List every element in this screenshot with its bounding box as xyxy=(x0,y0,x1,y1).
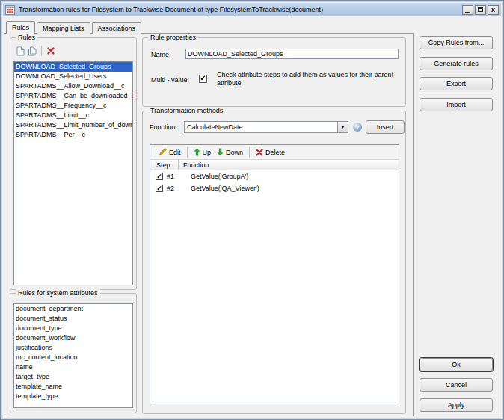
toolbar-separator xyxy=(249,147,250,158)
system-attribute-item[interactable]: document_workflow xyxy=(14,333,132,343)
minimize-icon xyxy=(465,12,470,13)
rules-toolbar xyxy=(14,44,57,58)
rules-list[interactable]: DOWNLOAD_Selected_GroupsDOWNLOAD_Selecte… xyxy=(13,61,133,285)
new-page-icon xyxy=(16,46,25,56)
name-label: Name: xyxy=(151,51,171,58)
toolbar-separator xyxy=(187,147,188,158)
minimize-button[interactable] xyxy=(462,5,473,15)
steps-table: Edit Up Down xyxy=(150,144,399,404)
toolbar-separator xyxy=(41,46,42,56)
step-checkbox[interactable] xyxy=(156,173,163,180)
maximize-button[interactable] xyxy=(475,5,486,15)
system-attribute-item[interactable]: document_type xyxy=(14,324,132,333)
close-icon: x xyxy=(491,7,495,13)
step-function: GetValue('GroupA') xyxy=(181,173,248,180)
delete-icon xyxy=(256,149,263,156)
move-down-label: Down xyxy=(226,149,243,156)
delete-rule-button[interactable] xyxy=(45,45,57,57)
steps-toolbar: Edit Up Down xyxy=(150,145,399,160)
titlebar: Transformation rules for Filesystem to T… xyxy=(3,3,501,16)
delete-step-label: Delete xyxy=(265,149,285,156)
tab-associations[interactable]: Associations xyxy=(92,22,142,34)
rule-name-input[interactable] xyxy=(185,49,399,59)
rule-properties-group-title: Rule properties xyxy=(148,34,198,42)
rules-list-item[interactable]: SPARTADMS__Frequency__c xyxy=(14,101,132,111)
system-attribute-item[interactable]: template_name xyxy=(14,382,132,392)
move-up-button[interactable]: Up xyxy=(191,148,215,156)
pencil-icon xyxy=(159,148,167,156)
rules-list-item[interactable]: SPARTADMS__Limit_number_of_downloads xyxy=(14,120,132,130)
step-checkbox[interactable] xyxy=(156,185,163,192)
multi-value-checkbox[interactable] xyxy=(199,75,207,83)
system-attribute-item[interactable]: name xyxy=(14,362,132,372)
insert-button[interactable]: Insert xyxy=(366,120,405,134)
system-attribute-item[interactable]: mc_content_location xyxy=(14,353,132,362)
import-button[interactable]: Import xyxy=(420,98,493,111)
steps-table-header: Step Function xyxy=(150,160,399,170)
tab-mapping-lists[interactable]: Mapping Lists xyxy=(37,22,90,34)
rules-group: Rules xyxy=(10,37,137,290)
system-attribute-item[interactable]: target_type xyxy=(14,372,132,382)
transformation-methods-group: Transformation methods Function: Calcula… xyxy=(142,111,406,414)
rule-properties-group: Rule properties Name: Multi - value: Che… xyxy=(142,37,406,107)
tab-rules[interactable]: Rules xyxy=(6,21,35,34)
system-attribute-item[interactable]: justifications xyxy=(14,343,132,353)
rules-list-item[interactable]: SPARTADMS__Allow_Download__c xyxy=(14,81,132,91)
apply-button[interactable]: Apply xyxy=(420,398,493,412)
edit-step-button[interactable]: Edit xyxy=(156,148,184,156)
arrow-down-icon xyxy=(217,148,224,156)
function-select[interactable]: CalculateNewDate ▼ xyxy=(184,121,348,133)
close-button[interactable]: x xyxy=(488,5,499,15)
window-controls: x xyxy=(462,5,499,15)
step-function: GetValue('QA_Viewer') xyxy=(181,185,259,192)
steps-table-body: #1GetValue('GroupA')#2GetValue('QA_Viewe… xyxy=(150,170,399,404)
rules-list-item[interactable]: DOWNLOAD_Selected_Users xyxy=(14,72,132,81)
function-selected-value: CalculateNewDate xyxy=(185,123,337,131)
copy-rule-button[interactable] xyxy=(26,45,38,57)
step-row[interactable]: #2GetValue('QA_Viewer') xyxy=(150,182,399,194)
delete-step-button[interactable]: Delete xyxy=(253,149,288,156)
help-icon[interactable]: ? xyxy=(353,123,362,132)
function-label: Function: xyxy=(150,123,177,131)
column-header-step[interactable]: Step xyxy=(150,160,179,170)
system-attributes-list[interactable]: document_departmentdocument_statusdocume… xyxy=(13,303,133,408)
step-number: #1 xyxy=(163,173,181,180)
transformation-rules-dialog: Transformation rules for Filesystem to T… xyxy=(0,0,504,420)
copy-page-icon xyxy=(28,46,37,56)
system-attribute-item[interactable]: template_type xyxy=(14,392,132,401)
system-attribute-item[interactable]: document_status xyxy=(14,314,132,324)
chevron-down-icon: ▼ xyxy=(341,125,345,129)
transformation-methods-group-title: Transformation methods xyxy=(148,107,225,115)
tab-panel: Rules xyxy=(4,33,414,416)
rules-list-item[interactable]: SPARTADMS__Limit__c xyxy=(14,111,132,120)
new-rule-button[interactable] xyxy=(14,45,26,57)
rules-list-item[interactable]: SPARTADMS__Can_be_downloaded_by__c xyxy=(14,91,132,101)
window-title: Transformation rules for Filesystem to T… xyxy=(19,6,323,13)
app-icon xyxy=(5,5,15,15)
multi-value-hint: Check attribute steps to add them as val… xyxy=(217,71,405,87)
system-attributes-group: Rules for system attributes document_dep… xyxy=(10,293,137,413)
combo-dropdown-button[interactable]: ▼ xyxy=(337,122,348,132)
copy-rules-from-button[interactable]: Copy Rules from... xyxy=(420,36,493,49)
cancel-button[interactable]: Cancel xyxy=(420,378,493,392)
ok-button[interactable]: Ok xyxy=(420,358,493,371)
system-attribute-item[interactable]: document_department xyxy=(14,304,132,314)
generate-rules-button[interactable]: Generate rules xyxy=(420,57,493,70)
delete-icon xyxy=(47,47,55,55)
edit-step-label: Edit xyxy=(169,149,181,156)
step-number: #2 xyxy=(163,185,181,192)
rules-list-item[interactable]: SPARTADMS__Per__c xyxy=(14,130,132,140)
rules-list-item[interactable]: DOWNLOAD_Selected_Groups xyxy=(14,62,132,72)
system-attributes-group-title: Rules for system attributes xyxy=(16,289,100,297)
tab-strip: Rules Mapping Lists Associations xyxy=(6,21,143,34)
multi-value-label: Multi - value: xyxy=(151,76,189,84)
move-down-button[interactable]: Down xyxy=(214,148,246,156)
rules-group-title: Rules xyxy=(16,34,37,42)
column-header-function[interactable]: Function xyxy=(179,161,209,169)
export-button[interactable]: Export xyxy=(420,77,493,90)
arrow-up-icon xyxy=(194,148,200,156)
maximize-icon xyxy=(478,7,483,12)
move-up-label: Up xyxy=(203,149,212,156)
step-row[interactable]: #1GetValue('GroupA') xyxy=(150,170,399,182)
